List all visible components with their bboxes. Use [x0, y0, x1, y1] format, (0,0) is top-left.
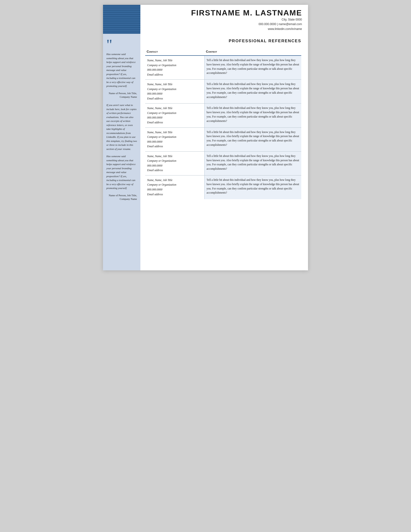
main-content: PROFESSIONAL REFERENCES Contact Context … [140, 34, 308, 270]
testimonial-1: Has someone said something about you tha… [106, 52, 137, 88]
body: " Has someone said something about you t… [103, 34, 308, 270]
table-row: Name, Name, Job TitleCompany or Organiza… [145, 80, 301, 104]
contact-cell-1: Name, Name, Job TitleCompany or Organiza… [145, 80, 205, 104]
context-header: Context [205, 48, 301, 56]
section-title: PROFESSIONAL REFERENCES [145, 39, 301, 45]
context-cell-0: Tell a little bit about this individual … [205, 56, 301, 80]
contact-line1: 000.000.0000 | name@email.com [145, 22, 302, 27]
table-row: Name, Name, Job TitleCompany or Organiza… [145, 175, 301, 199]
table-header-row: Contact Context [145, 48, 301, 56]
table-row: Name, Name, Job TitleCompany or Organiza… [145, 127, 301, 151]
attribution-1: Name of Person, Job Title, Company Name [106, 92, 137, 99]
quote-icon: " [106, 39, 137, 50]
attribution-2-line2: Company Name [120, 198, 137, 200]
testimonial-2: Has someone said something about you tha… [106, 154, 137, 190]
header-stripe [103, 5, 140, 34]
table-row: Name, Name, Job TitleCompany or Organiza… [145, 56, 301, 80]
contact-cell-0: Name, Name, Job TitleCompany or Organiza… [145, 56, 205, 80]
contact-cell-3: Name, Name, Job TitleCompany or Organiza… [145, 127, 205, 151]
table-row: Name, Name, Job TitleCompany or Organiza… [145, 104, 301, 127]
sidebar: " Has someone said something about you t… [103, 34, 140, 270]
table-row: Name, Name, Job TitleCompany or Organiza… [145, 151, 301, 175]
attribution-1-line1: Name of Person, Job Title, [109, 92, 137, 95]
attribution-1-line2: Company Name [120, 95, 137, 98]
context-cell-1: Tell a little bit about this individual … [205, 80, 301, 104]
context-cell-3: Tell a little bit about this individual … [205, 127, 301, 151]
contact-line2: www.linkedin.com/in/name [145, 27, 302, 31]
header: FIRSTNAME M. LASTNAME City, State 0000 0… [103, 5, 308, 34]
contact-cell-5: Name, Name, Job TitleCompany or Organiza… [145, 175, 205, 199]
header-info: FIRSTNAME M. LASTNAME City, State 0000 0… [140, 5, 308, 34]
references-table: Contact Context Name, Name, Job TitleCom… [145, 48, 301, 199]
full-name: FIRSTNAME M. LASTNAME [145, 9, 302, 17]
contact-cell-4: Name, Name, Job TitleCompany or Organiza… [145, 151, 205, 175]
context-cell-4: Tell a little bit about this individual … [205, 151, 301, 175]
context-cell-5: Tell a little bit about this individual … [205, 175, 301, 199]
attribution-2-line1: Name of Person, Job Title, [109, 194, 137, 197]
context-cell-2: Tell a little bit about this individual … [205, 104, 301, 127]
contact-header: Contact [145, 48, 205, 56]
location: City, State 0000 [145, 17, 302, 22]
contact-cell-2: Name, Name, Job TitleCompany or Organiza… [145, 104, 205, 127]
stripe-decoration [103, 5, 140, 34]
attribution-2: Name of Person, Job Title, Company Name [106, 194, 137, 201]
resume-page: FIRSTNAME M. LASTNAME City, State 0000 0… [103, 5, 308, 270]
instructions-text: If you aren't sure what to include here,… [106, 103, 137, 151]
